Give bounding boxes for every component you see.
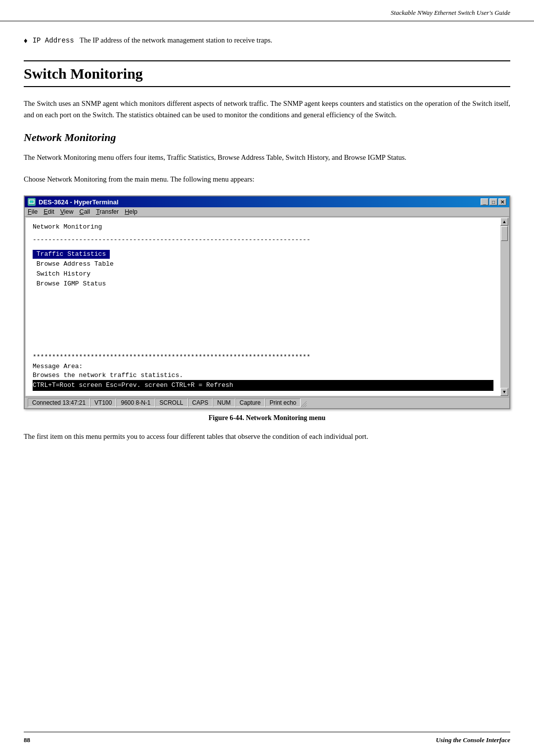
- restore-button[interactable]: □: [490, 198, 497, 205]
- menu-item-browse-igmp[interactable]: Browse IGMP Status: [33, 280, 493, 288]
- terminal-bottom-bar: CTRL+T=Root screen Esc=Prev. screen CTRL…: [33, 380, 493, 391]
- terminal-menu: Traffic Statistics Browse Address Table …: [33, 250, 493, 289]
- status-baud: 9600 8-N-1: [116, 398, 155, 407]
- scroll-thumb[interactable]: [501, 226, 508, 241]
- status-connected: Connected 13:47:21: [28, 398, 90, 407]
- titlebar-left: DES-3624 - HyperTerminal: [28, 198, 119, 206]
- titlebar-controls: _ □ ✕: [481, 198, 506, 205]
- scroll-up-arrow[interactable]: ▲: [500, 218, 508, 226]
- hyperterm-app-icon: [28, 198, 36, 206]
- menu-transfer[interactable]: Transfer: [96, 208, 119, 215]
- menu-file[interactable]: File: [28, 208, 38, 215]
- hyperterm-window: DES-3624 - HyperTerminal _ □ ✕ File Edit…: [24, 195, 510, 409]
- page-header: Stackable NWay Ethernet Switch User's Gu…: [0, 0, 534, 21]
- terminal-heading: Network Monitoring: [33, 223, 493, 232]
- menu-item-browse-address[interactable]: Browse Address Table: [33, 260, 493, 269]
- bullet-section: ♦ IP Address The IP address of the netwo…: [24, 35, 510, 47]
- closing-text: The first item on this menu permits you …: [24, 431, 510, 443]
- terminal-stars: ****************************************…: [33, 353, 493, 362]
- scroll-down-arrow[interactable]: ▼: [500, 388, 508, 396]
- page-footer: 88 Using the Console Interface: [24, 732, 510, 744]
- status-caps: CAPS: [188, 398, 213, 407]
- menu-view[interactable]: View: [60, 208, 74, 215]
- subsection-title: Network Monitoring: [24, 131, 510, 144]
- bullet-text: IP Address The IP address of the network…: [33, 35, 272, 46]
- bullet-description: The IP address of the network management…: [80, 36, 272, 44]
- svg-line-4: [303, 403, 307, 407]
- terminal-message-area-text: Browses the network traffic statistics.: [33, 371, 493, 380]
- terminal-message-area-label: Message Area:: [33, 362, 493, 371]
- terminal-scrollbar: ▲ ▼: [500, 218, 508, 396]
- terminal-body: Network Monitoring ---------------------…: [25, 217, 509, 397]
- hyperterm-menubar: File Edit View Call Transfer Help: [25, 207, 509, 217]
- bullet-diamond: ♦: [24, 35, 28, 47]
- hyperterm-titlebar: DES-3624 - HyperTerminal _ □ ✕: [25, 196, 509, 207]
- menu-call[interactable]: Call: [80, 208, 90, 215]
- section-title: Switch Monitoring: [24, 60, 510, 87]
- subsection-desc2: Choose Network Monitoring from the main …: [24, 174, 510, 186]
- terminal-inner: Network Monitoring ---------------------…: [26, 218, 500, 396]
- menu-item-switch-history[interactable]: Switch History: [33, 270, 493, 279]
- section-intro: The Switch uses an SNMP agent which moni…: [24, 98, 510, 122]
- hyperterm-statusbar: Connected 13:47:21 VT100 9600 8-N-1 SCRO…: [25, 397, 509, 408]
- status-capture: Capture: [235, 398, 266, 407]
- close-button[interactable]: ✕: [498, 198, 506, 205]
- terminal-separator: ----------------------------------------…: [33, 236, 493, 244]
- header-title: Stackable NWay Ethernet Switch User's Gu…: [391, 9, 510, 17]
- figure-caption: Figure 6-44. Network Monitoring menu: [24, 414, 510, 422]
- status-print-echo: Print echo: [265, 398, 301, 407]
- hyperterm-title: DES-3624 - HyperTerminal: [39, 198, 119, 206]
- page-container: Stackable NWay Ethernet Switch User's Gu…: [0, 0, 534, 756]
- status-num: NUM: [213, 398, 235, 407]
- footer-section-label: Using the Console Interface: [436, 736, 510, 744]
- status-vt: VT100: [90, 398, 116, 407]
- scroll-track: [500, 226, 508, 388]
- menu-edit[interactable]: Edit: [44, 208, 54, 215]
- main-content: ♦ IP Address The IP address of the netwo…: [0, 21, 534, 472]
- svg-line-5: [305, 405, 307, 407]
- footer-page-number: 88: [24, 736, 30, 744]
- menu-help[interactable]: Help: [125, 208, 137, 215]
- terminal-spacer: [33, 288, 493, 353]
- traffic-statistics-label: Traffic Statistics: [33, 250, 110, 259]
- minimize-button[interactable]: _: [481, 198, 489, 205]
- bullet-label: IP Address: [33, 37, 74, 45]
- menu-item-traffic[interactable]: Traffic Statistics: [33, 250, 493, 259]
- resize-corner: [301, 401, 307, 407]
- status-scroll: SCROLL: [155, 398, 188, 407]
- subsection-desc1: The Network Monitoring menu offers four …: [24, 152, 510, 164]
